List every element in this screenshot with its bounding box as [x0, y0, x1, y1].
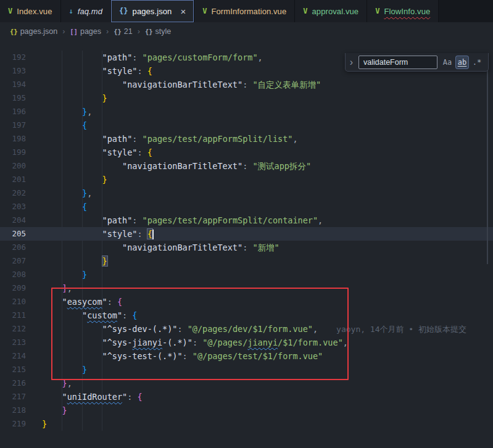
line-number[interactable]: 200: [0, 159, 42, 173]
line-number[interactable]: 201: [0, 173, 42, 186]
vue-file-icon: V: [8, 7, 12, 15]
line-content[interactable]: "^sys-dev-(.*)": "@/pages/dev/$1/form.vu…: [42, 322, 493, 336]
line-content[interactable]: "uniIdRouter": {: [42, 390, 493, 404]
line-number[interactable]: 198: [0, 132, 42, 146]
vue-file-icon: V: [303, 7, 307, 15]
code-token: [42, 215, 102, 225]
code-token: [42, 229, 102, 239]
line-number[interactable]: 204: [0, 214, 42, 227]
line-content[interactable]: "style": {: [42, 227, 493, 241]
close-icon[interactable]: ×: [180, 7, 186, 16]
line-content[interactable]: ],: [42, 281, 493, 295]
breadcrumb-item-style[interactable]: {}style: [145, 27, 171, 36]
find-input[interactable]: [358, 56, 437, 69]
line-number[interactable]: 193: [0, 64, 42, 78]
line-number[interactable]: 202: [0, 186, 42, 200]
line-content[interactable]: "path": "pages/test/appFormSplit/contain…: [42, 214, 493, 227]
code-token: }: [102, 256, 107, 266]
code-token: ]: [62, 283, 67, 293]
line-number[interactable]: 218: [0, 404, 42, 417]
line-content[interactable]: "navigationBarTitleText": "自定义表单新增": [42, 78, 493, 91]
code-token: "^sys-dev-(.*)": [102, 324, 178, 334]
line-number[interactable]: 207: [0, 254, 42, 268]
line-content[interactable]: },: [42, 105, 493, 118]
line-content[interactable]: }: [42, 91, 493, 105]
code-line-215: 215 }: [0, 363, 493, 376]
line-number[interactable]: 199: [0, 146, 42, 159]
line-number[interactable]: 206: [0, 241, 42, 254]
code-token: }: [62, 378, 67, 388]
line-number[interactable]: 212: [0, 322, 42, 336]
line-content[interactable]: "style": {: [42, 146, 493, 159]
line-number[interactable]: 210: [0, 295, 42, 309]
tab-forminformation-vue[interactable]: VFormInformation.vue: [194, 0, 295, 22]
line-content[interactable]: }: [42, 417, 493, 431]
line-number[interactable]: 214: [0, 349, 42, 363]
line-content[interactable]: "navigationBarTitleText": "测试app拆分": [42, 159, 493, 173]
code-token: [42, 297, 62, 307]
code-token: ,: [87, 107, 92, 117]
breadcrumb-item-pages.json[interactable]: {}pages.json: [10, 27, 57, 36]
line-number[interactable]: 194: [0, 78, 42, 91]
line-number[interactable]: 219: [0, 417, 42, 431]
code-token: "新增": [252, 243, 279, 252]
code-line-203: 203 {: [0, 200, 493, 214]
line-number[interactable]: 197: [0, 118, 42, 132]
match-case-toggle[interactable]: Aa: [441, 56, 454, 68]
code-token: [42, 405, 62, 415]
line-number[interactable]: 192: [0, 51, 42, 64]
code-token: }: [82, 270, 87, 280]
code-token: jianyi: [247, 338, 278, 347]
line-number[interactable]: 213: [0, 336, 42, 349]
code-token: [42, 175, 102, 185]
line-number[interactable]: 217: [0, 390, 42, 404]
tab-index-vue[interactable]: VIndex.vue: [0, 0, 61, 22]
code-token: :: [242, 80, 252, 89]
line-content[interactable]: "easycom": {: [42, 295, 493, 309]
code-token: }: [42, 419, 47, 429]
line-number[interactable]: 208: [0, 268, 42, 281]
line-content[interactable]: }: [42, 363, 493, 376]
tab-flowinfo-vue[interactable]: VFlowInfo.vue: [367, 0, 439, 22]
code-token: }: [102, 175, 107, 185]
line-number[interactable]: 205: [0, 227, 42, 241]
line-content[interactable]: "path": "pages/test/appFormSplit/list",: [42, 132, 493, 146]
tab-pages-json[interactable]: {}pages.json×: [111, 0, 194, 22]
code-token: ,: [313, 324, 318, 334]
line-content[interactable]: }: [42, 254, 493, 268]
line-content[interactable]: }: [42, 404, 493, 417]
line-content[interactable]: }: [42, 268, 493, 281]
line-number[interactable]: 195: [0, 91, 42, 105]
code-token: [42, 107, 82, 117]
whole-word-toggle[interactable]: ab: [456, 56, 468, 68]
code-token: uniIdRouter: [67, 392, 122, 402]
toggle-replace-chevron-icon[interactable]: ›: [348, 57, 355, 68]
tab-approval-vue[interactable]: Vapproval.vue: [295, 0, 367, 22]
git-blame-annotation: yaoyn, 14个月前 • 初始版本提交: [336, 325, 466, 334]
line-number[interactable]: 203: [0, 200, 42, 214]
tab-faq-md[interactable]: ↓faq.md: [61, 0, 112, 22]
line-number[interactable]: 215: [0, 363, 42, 376]
breadcrumb-item-21[interactable]: {}21: [114, 27, 133, 36]
line-number[interactable]: 209: [0, 281, 42, 295]
line-number[interactable]: 216: [0, 376, 42, 390]
code-line-206: 206 "navigationBarTitleText": "新增": [0, 241, 493, 254]
code-token: "navigationBarTitleText": [122, 161, 242, 171]
line-content[interactable]: "^sys-jianyi-(.*)": "@/pages/jianyi/$1/f…: [42, 336, 493, 349]
find-widget: › Aaab.*: [345, 53, 489, 72]
code-token: ,: [292, 134, 297, 144]
line-content[interactable]: {: [42, 118, 493, 132]
breadcrumb-item-pages[interactable]: []pages: [70, 27, 101, 36]
line-content[interactable]: "custom": {: [42, 309, 493, 322]
code-token: {: [117, 297, 122, 307]
line-content[interactable]: {: [42, 200, 493, 214]
line-content[interactable]: "^sys-test-(.*)": "@/pages/test/$1/form.…: [42, 349, 493, 363]
line-content[interactable]: },: [42, 376, 493, 390]
line-number[interactable]: 211: [0, 309, 42, 322]
line-content[interactable]: "navigationBarTitleText": "新增": [42, 241, 493, 254]
breadcrumb: {}pages.json›[]pages›{}21›{}style: [0, 22, 493, 41]
line-content[interactable]: },: [42, 186, 493, 200]
regex-toggle[interactable]: .*: [471, 56, 483, 68]
line-number[interactable]: 196: [0, 105, 42, 118]
line-content[interactable]: }: [42, 173, 493, 186]
